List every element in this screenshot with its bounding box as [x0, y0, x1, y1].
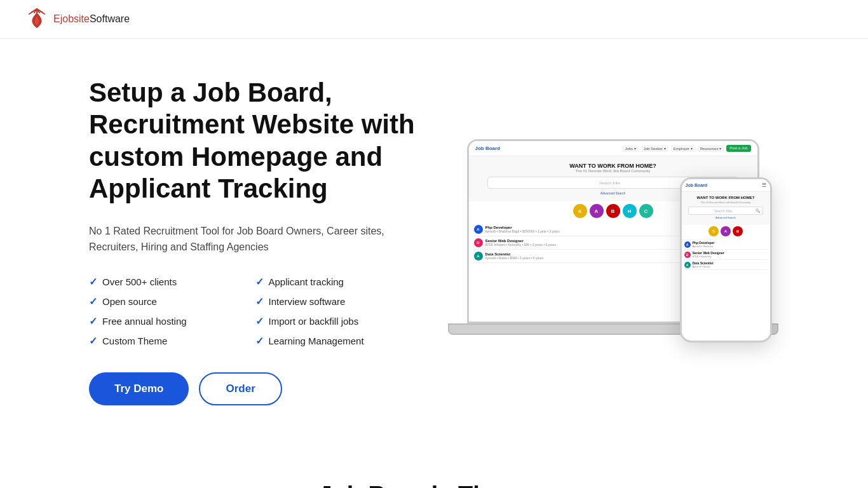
try-demo-button[interactable]: Try Demo — [89, 372, 189, 405]
check-icon: ✓ — [89, 276, 97, 288]
screen-nav-link: Job Seeker ▾ — [641, 145, 668, 152]
screen-nav-title: Job Board — [475, 146, 501, 151]
screen-nav-link: Jobs ▾ — [622, 145, 638, 152]
phone-nav: Job Board ☰ — [682, 179, 770, 192]
screen-nav-link: Employer ▾ — [671, 145, 695, 152]
phone-job-meta: Aynsoft • Shalimar — [693, 245, 715, 248]
check-icon: ✓ — [89, 335, 97, 347]
phone-adv-search: Advanced Search — [684, 216, 768, 219]
phone-search-icon: 🔍 — [756, 208, 760, 213]
screen-nav: Job Board Jobs ▾ Job Seeker ▾ Employer ▾… — [469, 141, 757, 156]
screen-nav-cta: Post a Job — [726, 145, 750, 152]
check-icon: ✓ — [255, 276, 264, 288]
phone-search-text: Search Jobs — [691, 209, 756, 213]
bottom-title: Job Boards Themes — [89, 482, 779, 488]
screen-hero-title: WANT TO WORK FROM HOME? — [474, 163, 752, 169]
feature-item: ✓ Interview software — [255, 295, 422, 308]
phone-company-logo: B — [733, 226, 743, 236]
check-icon: ✓ — [255, 295, 264, 308]
feature-label: Custom Theme — [102, 336, 167, 346]
screen-hero-sub: The #1 Remote Work Job Board Community — [474, 169, 752, 173]
feature-item: ✓ Over 500+ clients — [89, 276, 255, 288]
phone-hero-sub: The #1 Remote Work Job Board Community — [684, 201, 768, 204]
logo-icon — [25, 8, 48, 30]
laptop-mockup: Job Board Jobs ▾ Job Seeker ▾ Employer ▾… — [467, 139, 759, 342]
phone-job-row: D Senior Web Designer dTEK • Kentucky — [684, 250, 768, 260]
feature-label: Learning Management — [269, 336, 364, 346]
order-button[interactable]: Order — [199, 372, 281, 405]
company-logo: C — [639, 204, 653, 218]
feature-item: ✓ Free annual hosting — [89, 315, 255, 327]
feature-label: Over 500+ clients — [102, 276, 177, 287]
phone-menu-icon: ☰ — [762, 182, 766, 188]
phone-job-info: Senior Web Designer dTEK • Kentucky — [693, 251, 724, 258]
bottom-section: Job Boards Themes Free built in 10 Job b… — [0, 444, 868, 488]
logo: EjobsiteSoftware — [25, 8, 130, 30]
phone-job-meta: Aynsoft • Noida — [693, 265, 714, 268]
feature-label: Open source — [102, 296, 157, 307]
phone-job-row: A Php Developer Aynsoft • Shalimar — [684, 240, 768, 250]
phone-hero: WANT TO WORK FROM HOME? The #1 Remote Wo… — [682, 192, 770, 225]
hero-right: Job Board Jobs ▾ Job Seeker ▾ Employer ▾… — [447, 114, 779, 368]
hero-left: Setup a Job Board, Recruitment Website w… — [89, 77, 421, 405]
check-icon: ✓ — [89, 315, 97, 327]
job-company-logo: D — [474, 238, 483, 247]
hero-description: No 1 Rated Recruitment Tool for Job Boar… — [89, 223, 421, 255]
logo-text: EjobsiteSoftware — [53, 13, 130, 25]
header: EjobsiteSoftware — [0, 0, 868, 39]
feature-label: Free annual hosting — [102, 316, 187, 327]
company-logo: A — [590, 204, 604, 218]
phone-job-row: A Data Scientist Aynsoft • Noida — [684, 260, 768, 270]
phone-jobs: A Php Developer Aynsoft • Shalimar D Sen… — [682, 238, 770, 272]
phone-search: Search Jobs 🔍 — [688, 207, 763, 215]
feature-item: ✓ Import or backfill jobs — [255, 315, 422, 327]
job-company-logo: A — [474, 252, 483, 261]
company-logo: B — [606, 204, 620, 218]
feature-item: ✓ Applicant tracking — [255, 276, 422, 288]
phone-screen: Job Board ☰ WANT TO WORK FROM HOME? The … — [682, 179, 770, 341]
company-logo: S — [573, 204, 587, 218]
phone-nav-title: Job Board — [686, 183, 708, 187]
features-grid: ✓ Over 500+ clients ✓ Applicant tracking… — [89, 276, 421, 347]
company-logo: H — [623, 204, 637, 218]
hero-title: Setup a Job Board, Recruitment Website w… — [89, 77, 421, 205]
phone-company-logo: S — [709, 226, 719, 236]
phone-job-info: Php Developer Aynsoft • Shalimar — [693, 241, 715, 248]
phone-job-logo: A — [684, 241, 691, 248]
check-icon: ✓ — [89, 295, 97, 308]
phone-job-meta: dTEK • Kentucky — [693, 255, 724, 258]
phone-hero-title: WANT TO WORK FROM HOME? — [684, 196, 768, 201]
screen-nav-links: Jobs ▾ Job Seeker ▾ Employer ▾ Resources… — [622, 145, 750, 152]
feature-item: ✓ Custom Theme — [89, 335, 255, 347]
phone-job-info: Data Scientist Aynsoft • Noida — [693, 261, 714, 268]
job-company-logo: A — [474, 225, 483, 234]
feature-item: ✓ Open source — [89, 295, 255, 308]
phone-job-logo: A — [684, 262, 691, 268]
phone-logos: S A B — [682, 225, 770, 238]
hero-section: Setup a Job Board, Recruitment Website w… — [0, 39, 868, 444]
phone-company-logo: A — [721, 226, 731, 236]
btn-group: Try Demo Order — [89, 372, 421, 405]
check-icon: ✓ — [255, 335, 264, 347]
feature-item: ✓ Learning Management — [255, 335, 422, 347]
feature-label: Applicant tracking — [269, 276, 344, 287]
check-icon: ✓ — [255, 315, 264, 327]
feature-label: Import or backfill jobs — [269, 316, 359, 327]
screen-nav-link: Resources ▾ — [698, 145, 724, 152]
feature-label: Interview software — [269, 296, 346, 307]
phone-job-logo: D — [684, 252, 691, 258]
phone-mockup: Job Board ☰ WANT TO WORK FROM HOME? The … — [680, 177, 772, 342]
